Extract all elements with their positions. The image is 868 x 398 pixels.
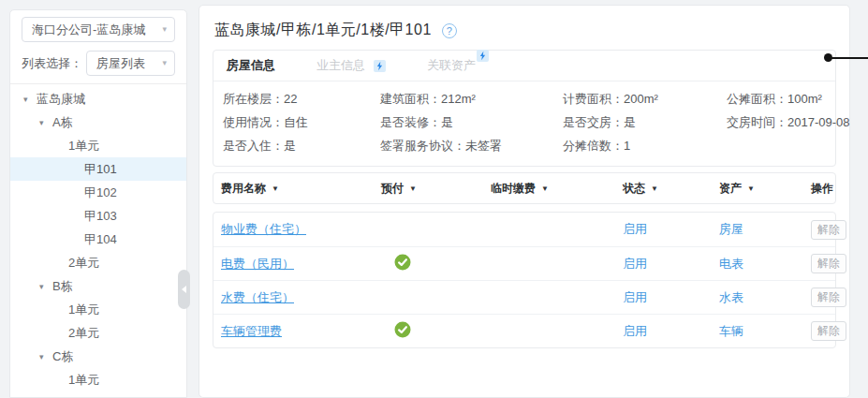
remove-button[interactable]: 解除 <box>811 254 846 273</box>
filter-caret-icon[interactable]: ▼ <box>541 184 549 193</box>
column-header-prepaid[interactable]: 预付▼ <box>381 181 491 197</box>
info-field-label: 是否装修： <box>380 114 441 130</box>
tree-item[interactable]: 甲101 <box>10 157 186 181</box>
info-field-value: 自住 <box>284 114 308 130</box>
info-field-value: 是 <box>441 114 453 130</box>
tree-item[interactable]: 1单元 <box>10 368 186 391</box>
fee-name-link[interactable]: 水费（住宅） <box>221 289 294 306</box>
bolt-badge-icon <box>374 60 386 72</box>
prepaid-cell <box>381 221 491 238</box>
column-label: 操作 <box>811 181 833 197</box>
list-type-row: 列表选择： 房屋列表 ▾ <box>22 51 175 76</box>
tree-item-label: 2单元 <box>68 255 99 272</box>
info-field-value: 200m² <box>624 91 658 107</box>
asset-link[interactable]: 水表 <box>719 289 743 306</box>
fee-table-rows: 物业费（住宅）启用房屋解除电费（民用）启用电表解除水费（住宅）启用水表解除车辆管… <box>213 212 836 348</box>
info-field-label: 建筑面积： <box>380 91 441 107</box>
tab-bar: 房屋信息业主信息关联资产 <box>213 51 835 81</box>
list-type-label: 列表选择： <box>22 55 82 72</box>
tree-item[interactable]: 2单元 <box>10 251 186 274</box>
tree-caret-icon[interactable]: ▾ <box>39 118 52 127</box>
remove-button[interactable]: 解除 <box>811 220 846 240</box>
house-info-card: 房屋信息业主信息关联资产 所在楼层：22建筑面积：212m²计费面积：200m²… <box>213 50 836 167</box>
sidebar-panel: 海口分公司-蓝岛康城 ▾ 列表选择： 房屋列表 ▾ ▾蓝岛康城▾A栋1单元甲10… <box>9 9 187 398</box>
remove-button[interactable]: 解除 <box>811 321 846 341</box>
tab-related-assets[interactable]: 关联资产 <box>427 57 476 74</box>
action-cell: 解除 <box>811 220 846 240</box>
filter-caret-icon[interactable]: ▼ <box>272 184 279 193</box>
tree-caret-icon[interactable]: ▾ <box>23 95 37 104</box>
bolt-badge-icon <box>477 50 489 62</box>
tree-item[interactable]: ▾A栋 <box>10 111 186 134</box>
tab-owner-info[interactable]: 业主信息 <box>316 57 386 74</box>
tree-item[interactable]: 甲102 <box>10 181 186 204</box>
list-type-select[interactable]: 房屋列表 ▾ <box>86 51 175 76</box>
column-header-asset[interactable]: 资产▼ <box>719 181 811 197</box>
sidebar-collapse-handle[interactable] <box>178 270 190 309</box>
tree-caret-icon[interactable]: ▾ <box>39 282 52 291</box>
tree-item[interactable]: ▾B栋 <box>10 274 186 298</box>
tab-label: 关联资产 <box>427 57 476 74</box>
column-header-status[interactable]: 状态▼ <box>623 181 719 197</box>
info-field: 分摊倍数：1 <box>563 138 727 154</box>
asset-link[interactable]: 房屋 <box>719 221 743 238</box>
prepaid-cell <box>381 256 491 273</box>
status-text: 启用 <box>623 323 719 340</box>
column-label: 状态 <box>623 181 645 197</box>
info-field-value: 未签署 <box>465 138 502 154</box>
tree-item-label: 2单元 <box>68 395 99 398</box>
info-field-value: 100m² <box>787 91 822 107</box>
chevron-left-icon <box>182 286 186 293</box>
remove-button[interactable]: 解除 <box>811 287 846 307</box>
community-select[interactable]: 海口分公司-蓝岛康城 ▾ <box>22 17 175 42</box>
info-field-value: 是 <box>624 114 636 130</box>
filter-caret-icon[interactable]: ▼ <box>747 184 755 193</box>
fee-name-link[interactable]: 物业费（住宅） <box>221 221 306 238</box>
column-header-fee-name[interactable]: 费用名称▼ <box>221 181 381 197</box>
tree-item-label: B栋 <box>52 278 73 295</box>
tree-item-label: 1单元 <box>68 138 99 155</box>
status-text: 启用 <box>623 256 719 273</box>
tree-caret-icon[interactable]: ▾ <box>39 352 52 361</box>
info-field-label: 使用情况： <box>223 114 284 130</box>
info-field-label: 分摊倍数： <box>563 138 624 154</box>
asset-link[interactable]: 电表 <box>719 256 743 273</box>
info-field-label: 交房时间： <box>727 114 787 130</box>
status-text: 启用 <box>623 289 719 306</box>
info-field: 是否装修：是 <box>380 114 563 130</box>
asset-link[interactable]: 车辆 <box>719 323 743 340</box>
prepaid-cell <box>381 289 491 306</box>
tree-item[interactable]: 甲103 <box>10 204 186 228</box>
tree-item[interactable]: 2单元 <box>10 321 186 345</box>
tree-item-label: 蓝岛康城 <box>37 91 85 108</box>
help-icon[interactable]: ? <box>442 23 457 38</box>
tree-item-label: C栋 <box>52 348 73 365</box>
tree-item[interactable]: 甲104 <box>10 228 186 251</box>
info-field-label: 所在楼层： <box>223 91 284 107</box>
tree-item-label: 1单元 <box>68 302 99 318</box>
column-label: 费用名称 <box>221 181 266 197</box>
tree-item[interactable]: ▾蓝岛康城 <box>10 87 186 111</box>
filter-caret-icon[interactable]: ▼ <box>409 184 417 193</box>
fee-name-link[interactable]: 电费（民用） <box>221 256 294 273</box>
tree-item[interactable]: 2单元 <box>10 391 186 398</box>
check-circle-icon <box>394 254 411 273</box>
tree-item[interactable]: ▾C栋 <box>10 345 186 368</box>
info-field: 是否入住：是 <box>223 138 380 154</box>
info-field: 所在楼层：22 <box>223 91 380 107</box>
tab-label: 房屋信息 <box>227 57 275 74</box>
info-field: 交房时间：2017-09-08 <box>727 114 850 130</box>
prepaid-cell <box>381 323 491 340</box>
action-cell: 解除 <box>811 287 846 307</box>
fee-name-link[interactable]: 车辆管理费 <box>221 323 282 340</box>
column-header-action: 操作 <box>811 181 835 197</box>
tree-item[interactable]: 1单元 <box>10 134 186 157</box>
filter-caret-icon[interactable]: ▼ <box>651 184 658 193</box>
tree-item[interactable]: 1单元 <box>10 298 186 321</box>
building-tree: ▾蓝岛康城▾A栋1单元甲101甲102甲103甲1042单元▾B栋1单元2单元▾… <box>10 84 186 398</box>
column-header-temp-payment[interactable]: 临时缴费▼ <box>491 181 623 197</box>
info-field-value: 22 <box>284 91 297 107</box>
title-row: 蓝岛康城/甲栋/1单元/1楼/甲101 ? <box>199 6 849 50</box>
action-cell: 解除 <box>811 254 846 273</box>
tab-house-info[interactable]: 房屋信息 <box>227 57 275 74</box>
